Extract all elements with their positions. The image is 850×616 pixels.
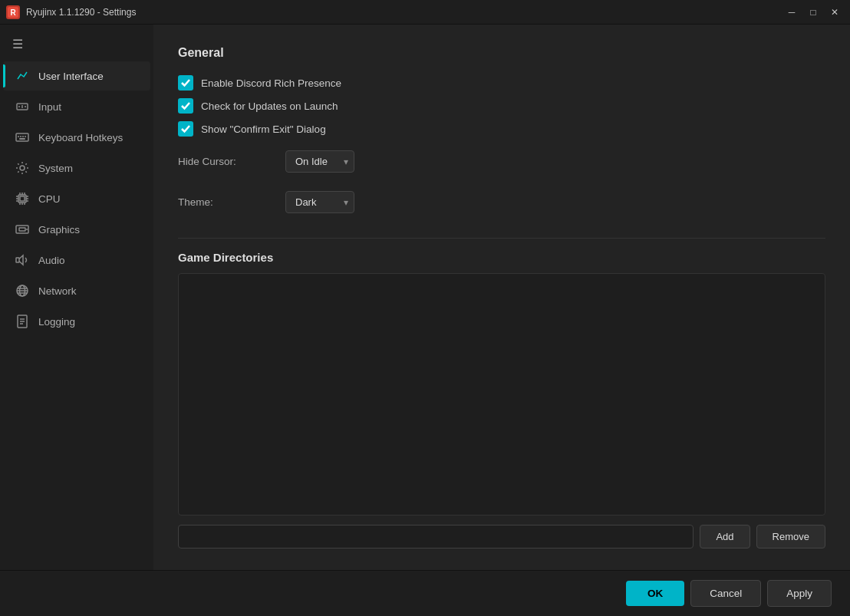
hide-cursor-select[interactable]: Never On Idle Always xyxy=(285,150,354,173)
sidebar-item-graphics[interactable]: Graphics xyxy=(3,215,150,244)
theme-row: Theme: Light Dark ▾ xyxy=(178,191,825,213)
svg-text:R: R xyxy=(10,8,16,17)
directory-path-input[interactable] xyxy=(178,525,694,548)
titlebar: R Ryujinx 1.1.1290 - Settings ─ □ ✕ xyxy=(0,0,850,25)
sidebar-item-input[interactable]: Input xyxy=(3,92,150,121)
system-icon xyxy=(15,161,29,175)
check-updates-row: Check for Updates on Launch xyxy=(178,98,825,114)
sidebar-item-label: CPU xyxy=(38,193,61,205)
window-title: Ryujinx 1.1.1290 - Settings xyxy=(26,7,136,18)
sidebar-item-label: User Interface xyxy=(38,71,104,82)
theme-select[interactable]: Light Dark xyxy=(285,191,354,213)
audio-icon xyxy=(15,253,29,267)
directories-controls: Add Remove xyxy=(178,525,825,548)
confirm-exit-label: Show "Confirm Exit" Dialog xyxy=(201,124,326,135)
theme-label: Theme: xyxy=(178,196,285,208)
app-logo: R xyxy=(6,5,20,19)
check-updates-checkbox[interactable] xyxy=(178,98,193,114)
network-icon xyxy=(15,284,29,298)
general-title: General xyxy=(178,46,825,60)
sidebar-item-label: Keyboard Hotkeys xyxy=(38,132,123,143)
sidebar-item-keyboard-hotkeys[interactable]: Keyboard Hotkeys xyxy=(3,123,150,152)
apply-button[interactable]: Apply xyxy=(767,580,832,607)
check-updates-label: Check for Updates on Launch xyxy=(201,100,338,112)
close-button[interactable]: ✕ xyxy=(825,5,844,20)
sidebar-item-label: Audio xyxy=(38,255,65,266)
sidebar-item-label: Logging xyxy=(38,316,75,328)
input-icon xyxy=(15,100,29,114)
sidebar-item-network[interactable]: Network xyxy=(3,276,150,305)
discord-rich-presence-checkbox[interactable] xyxy=(178,75,193,91)
svg-rect-7 xyxy=(16,133,28,141)
svg-rect-31 xyxy=(16,258,19,262)
remove-directory-button[interactable]: Remove xyxy=(756,525,825,548)
svg-rect-15 xyxy=(20,196,25,201)
bottom-bar: OK Cancel Apply xyxy=(0,570,850,616)
sidebar-item-system[interactable]: System xyxy=(3,153,150,183)
sidebar: ☰ User Interface Input xyxy=(0,25,153,570)
hamburger-menu[interactable]: ☰ xyxy=(0,31,153,58)
user-interface-icon xyxy=(15,69,29,83)
svg-point-13 xyxy=(20,166,25,170)
keyboard-icon xyxy=(15,130,29,144)
sidebar-item-label: Input xyxy=(38,101,61,113)
sidebar-item-user-interface[interactable]: User Interface xyxy=(3,61,150,91)
sidebar-item-logging[interactable]: Logging xyxy=(3,307,150,336)
sidebar-item-label: System xyxy=(38,163,73,174)
confirm-exit-checkbox[interactable] xyxy=(178,121,193,137)
svg-rect-29 xyxy=(19,228,25,231)
add-directory-button[interactable]: Add xyxy=(700,525,750,548)
sidebar-item-cpu[interactable]: CPU xyxy=(3,184,150,213)
game-directories-title: Game Directories xyxy=(178,251,825,264)
section-divider xyxy=(178,238,825,239)
cpu-icon xyxy=(15,192,29,206)
minimize-button[interactable]: ─ xyxy=(782,5,801,20)
maximize-button[interactable]: □ xyxy=(804,5,822,20)
graphics-icon xyxy=(15,222,29,236)
ok-button[interactable]: OK xyxy=(626,581,684,606)
discord-rich-presence-row: Enable Discord Rich Presence xyxy=(178,75,825,91)
hide-cursor-label: Hide Cursor: xyxy=(178,156,285,167)
discord-rich-presence-label: Enable Discord Rich Presence xyxy=(201,77,341,89)
sidebar-item-label: Network xyxy=(38,285,77,297)
main-content: General Enable Discord Rich Presence Che… xyxy=(153,25,850,570)
sidebar-item-label: Graphics xyxy=(38,224,80,236)
game-directories-list xyxy=(178,273,825,516)
logging-icon xyxy=(15,315,29,328)
sidebar-item-audio[interactable]: Audio xyxy=(3,245,150,275)
hide-cursor-row: Hide Cursor: Never On Idle Always ▾ xyxy=(178,150,825,173)
cancel-button[interactable]: Cancel xyxy=(690,580,761,607)
confirm-exit-row: Show "Confirm Exit" Dialog xyxy=(178,121,825,137)
